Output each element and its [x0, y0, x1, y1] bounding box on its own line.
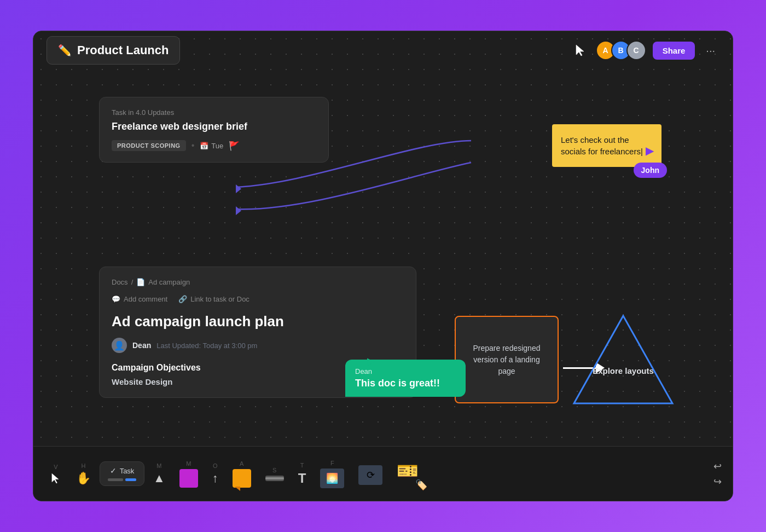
- toolbar-shape-tool[interactable]: M: [174, 457, 204, 491]
- shape-purple-icon: [179, 469, 198, 488]
- author-name: Dean: [132, 341, 151, 350]
- toolbar-items: V H ✋ ✓ Task: [44, 455, 713, 493]
- sticky-note[interactable]: Let's check out the socials for freelanc…: [552, 124, 661, 167]
- toolbar-line-tool[interactable]: S: [260, 464, 289, 484]
- toolbar-hand-tool[interactable]: H ✋: [71, 459, 96, 489]
- task-title: Freelance web designer brief: [112, 121, 316, 132]
- upload-icon: ↑: [212, 471, 218, 485]
- toolbar: V H ✋ ✓ Task: [33, 446, 733, 501]
- toolbar-marker-tool[interactable]: M ▲: [148, 459, 171, 489]
- dean-comment-bubble: ▶ Dean This doc is great!!: [345, 360, 466, 397]
- breadcrumb-icon: 📄: [136, 278, 145, 286]
- share-button[interactable]: Share: [653, 42, 695, 60]
- cursor-icon: [50, 472, 62, 484]
- toolbar-sticky-tool[interactable]: A: [227, 457, 257, 491]
- sticky-note-text: Let's check out the socials for freelanc…: [561, 134, 653, 157]
- bar-blue: [125, 478, 136, 481]
- doc-title: Ad campaign launch plan: [112, 313, 404, 330]
- app-window: ✏️ Product Launch A B C Share ··· Task i…: [33, 31, 733, 501]
- edit-icon: ✏️: [58, 44, 72, 57]
- triangle-shape[interactable]: Explore layouts: [568, 310, 678, 409]
- triangle-label: Explore layouts: [593, 366, 654, 375]
- header: ✏️ Product Launch A B C Share ···: [33, 31, 733, 70]
- toolbar-text-tool[interactable]: T T: [293, 459, 312, 489]
- triangle-svg: [568, 310, 678, 409]
- undo-redo-group: ↩ ↪: [713, 460, 722, 488]
- john-user-label: John: [634, 163, 667, 178]
- app-title: Product Launch: [77, 43, 169, 57]
- undo-button[interactable]: ↩: [713, 460, 722, 472]
- image-icon: 🌅: [320, 469, 344, 488]
- hand-icon: ✋: [76, 471, 91, 485]
- dean-cursor-icon: ▶: [367, 355, 375, 367]
- toolbar-apps-tool[interactable]: ⟳: [353, 460, 388, 488]
- calendar-icon: 📅: [200, 142, 208, 150]
- svg-marker-0: [576, 45, 584, 56]
- marker-icon: ▲: [153, 471, 165, 485]
- toolbar-image-tool[interactable]: F 🌅: [315, 456, 350, 491]
- sticky-cursor-icon: ▶: [646, 144, 654, 157]
- svg-marker-3: [574, 316, 672, 403]
- doc-updated: Last Updated: Today at 3:00 pm: [156, 342, 257, 350]
- prepare-task-text: Prepare redesigned version of a landing …: [465, 343, 549, 377]
- toolbar-sticker-tool[interactable]: 🎫 🏷️: [391, 455, 432, 493]
- doc-author-row: 👤 Dean Last Updated: Today at 3:00 pm: [112, 338, 404, 353]
- add-comment-action[interactable]: 💬 Add comment: [112, 295, 167, 303]
- comment-icon: 💬: [112, 295, 120, 303]
- task-date: 📅 Tue: [200, 142, 223, 150]
- collaborator-avatars: A B C: [596, 41, 646, 60]
- apps-icon: ⟳: [358, 465, 382, 485]
- task-meta: PRODUCT SCOPING • 📅 Tue 🚩: [112, 140, 316, 151]
- avatar-3: C: [626, 41, 646, 60]
- line-icon: [265, 476, 284, 481]
- text-icon: T: [298, 471, 306, 486]
- author-avatar: 👤: [112, 338, 127, 353]
- cursor-tool-icon: [572, 42, 589, 59]
- doc-actions: 💬 Add comment 🔗 Link to task or Doc: [112, 295, 404, 303]
- title-button[interactable]: ✏️ Product Launch: [47, 36, 180, 65]
- toolbar-upload-tool[interactable]: O ↑: [207, 459, 224, 489]
- toolbar-task-tool[interactable]: ✓ Task: [100, 461, 144, 486]
- header-right: A B C Share ···: [572, 41, 719, 60]
- prepare-task-box[interactable]: Prepare redesigned version of a landing …: [455, 316, 559, 403]
- link-icon: 🔗: [178, 295, 187, 303]
- sticky-tool-icon: [233, 469, 251, 488]
- task-card[interactable]: Task in 4.0 Updates Freelance web design…: [99, 97, 329, 163]
- sticker-icon: 🎫 🏷️: [397, 460, 426, 490]
- toolbar-cursor-tool[interactable]: V: [44, 460, 67, 488]
- task-label: Task in 4.0 Updates: [112, 108, 316, 117]
- dean-message: This doc is great!!: [355, 378, 456, 389]
- meta-dot: •: [192, 141, 195, 151]
- bar-gray: [108, 478, 123, 481]
- dean-label: Dean: [355, 367, 456, 375]
- link-task-action[interactable]: 🔗 Link to task or Doc: [178, 295, 249, 303]
- doc-breadcrumb: Docs / 📄 Ad campaign: [112, 278, 404, 286]
- more-options-button[interactable]: ···: [701, 42, 719, 59]
- svg-marker-4: [52, 473, 59, 483]
- task-tag: PRODUCT SCOPING: [112, 140, 186, 151]
- redo-button[interactable]: ↪: [713, 476, 722, 488]
- flag-icon: 🚩: [229, 141, 240, 151]
